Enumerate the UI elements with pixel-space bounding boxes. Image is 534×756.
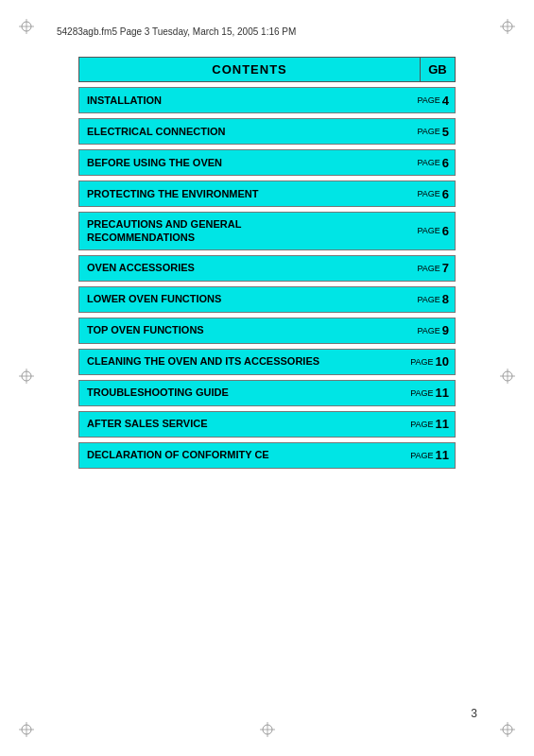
corner-mark-br [500, 722, 515, 737]
page-number: 3 [471, 707, 477, 720]
toc-row: LOWER OVEN FUNCTIONSPAGE8 [78, 286, 456, 313]
corner-mark-mr [500, 369, 515, 384]
toc-list: INSTALLATIONPAGE4ELECTRICAL CONNECTIONPA… [78, 87, 456, 469]
toc-page: PAGE5 [411, 120, 455, 144]
toc-label: TOP OVEN FUNCTIONS [79, 318, 411, 341]
toc-page: PAGE6 [411, 182, 455, 206]
toc-label: OVEN ACCESSORIES [79, 256, 411, 279]
toc-label: AFTER SALES SERVICE [79, 412, 405, 435]
page: 54283agb.fm5 Page 3 Tuesday, March 15, 2… [0, 0, 534, 756]
toc-row: PROTECTING THE ENVIRONMENTPAGE6 [78, 180, 456, 207]
toc-container: CONTENTS GB INSTALLATIONPAGE4ELECTRICAL … [78, 57, 456, 469]
toc-page: PAGE7 [411, 256, 455, 280]
toc-label: TROUBLESHOOTING GUIDE [79, 381, 405, 404]
toc-row: TOP OVEN FUNCTIONSPAGE9 [78, 318, 456, 344]
toc-page: PAGE11 [405, 412, 455, 436]
toc-page: PAGE9 [411, 318, 455, 342]
toc-label: CLEANING THE OVEN AND ITS ACCESSORIES [79, 350, 405, 372]
file-info-text: 54283agb.fm5 Page 3 Tuesday, March 15, 2… [57, 26, 296, 37]
corner-mark-tr [500, 19, 515, 34]
toc-label: PRECAUTIONS AND GENERAL RECOMMENDATIONS [79, 213, 411, 249]
header-info: 54283agb.fm5 Page 3 Tuesday, March 15, 2… [57, 26, 477, 37]
toc-page: PAGE11 [405, 443, 455, 467]
title-row: CONTENTS GB [78, 57, 456, 82]
toc-page: PAGE8 [411, 287, 455, 311]
toc-page: PAGE6 [411, 151, 455, 175]
toc-label: INSTALLATION [79, 89, 411, 112]
toc-row: TROUBLESHOOTING GUIDEPAGE11 [78, 380, 456, 406]
toc-row: ELECTRICAL CONNECTIONPAGE5 [78, 118, 456, 145]
toc-page: PAGE6 [411, 219, 455, 243]
corner-mark-bc [260, 722, 275, 737]
corner-mark-bl [19, 722, 34, 737]
toc-page: PAGE10 [405, 350, 455, 373]
gb-label: GB [420, 57, 456, 82]
toc-label: LOWER OVEN FUNCTIONS [79, 287, 411, 310]
corner-mark-ml [19, 369, 34, 384]
toc-page: PAGE4 [411, 89, 455, 112]
toc-row: CLEANING THE OVEN AND ITS ACCESSORIESPAG… [78, 349, 456, 375]
contents-title: CONTENTS [78, 57, 420, 82]
toc-row: INSTALLATIONPAGE4 [78, 87, 456, 113]
toc-row: AFTER SALES SERVICEPAGE11 [78, 411, 456, 438]
toc-label: DECLARATION OF CONFORMITY CE [79, 443, 405, 466]
toc-page: PAGE11 [405, 381, 455, 404]
toc-row: BEFORE USING THE OVENPAGE6 [78, 149, 456, 176]
toc-label: ELECTRICAL CONNECTION [79, 120, 411, 143]
corner-mark-tl [19, 19, 34, 34]
toc-row: DECLARATION OF CONFORMITY CEPAGE11 [78, 442, 456, 469]
toc-row: PRECAUTIONS AND GENERAL RECOMMENDATIONSP… [78, 212, 456, 250]
toc-label: BEFORE USING THE OVEN [79, 151, 411, 174]
toc-label: PROTECTING THE ENVIRONMENT [79, 182, 411, 205]
toc-row: OVEN ACCESSORIESPAGE7 [78, 255, 456, 282]
